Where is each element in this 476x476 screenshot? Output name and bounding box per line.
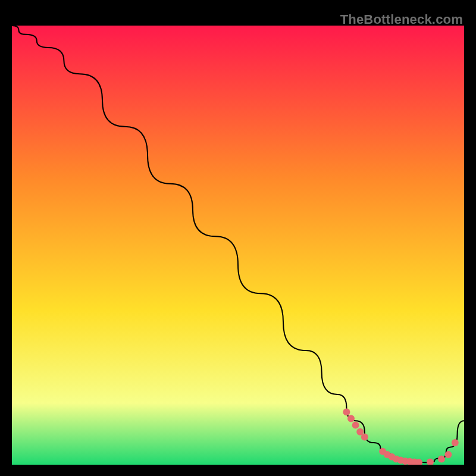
data-marker	[347, 415, 355, 422]
data-marker	[438, 455, 445, 462]
watermark-text: TheBottleneck.com	[340, 12, 463, 27]
data-marker	[452, 439, 459, 446]
data-marker	[444, 451, 452, 458]
data-marker	[352, 422, 359, 429]
gradient-background	[12, 26, 464, 465]
data-marker	[361, 434, 368, 441]
data-marker	[343, 408, 350, 415]
plot-area	[12, 26, 464, 465]
chart-svg	[12, 26, 464, 465]
